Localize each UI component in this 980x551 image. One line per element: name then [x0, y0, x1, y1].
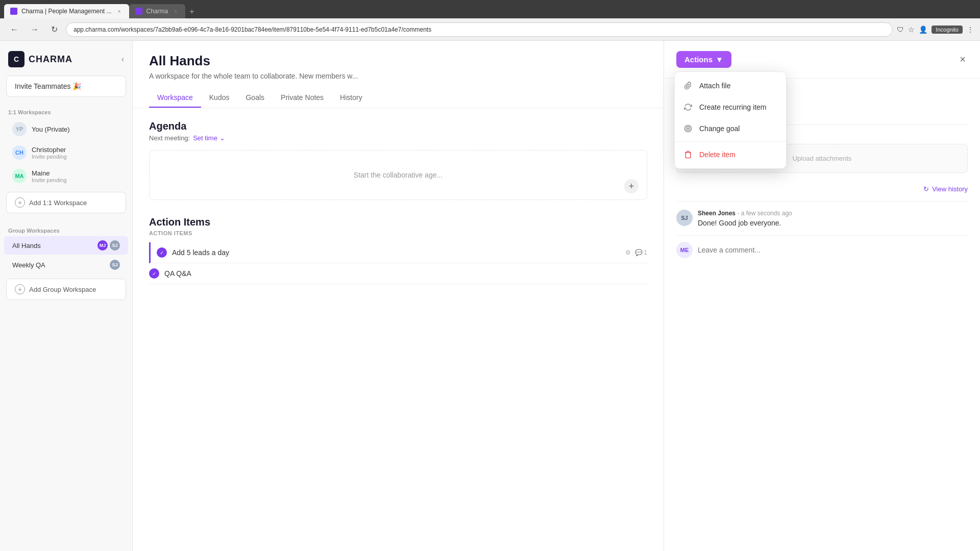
sidebar-item-christopher[interactable]: CH Christopher Invite pending: [4, 141, 128, 164]
tab-goals[interactable]: Goals: [237, 88, 273, 108]
browser-tab-2[interactable]: Charma ×: [129, 4, 186, 18]
tab-label-1: Charma | People Management ...: [21, 8, 112, 15]
actions-dropdown: Attach file Create recurring item Change…: [674, 71, 787, 169]
weekly-qa-name: Weekly QA: [12, 261, 105, 269]
tab-close-1[interactable]: ×: [116, 8, 123, 15]
action-item-0-check[interactable]: ✓: [157, 247, 167, 258]
incognito-badge: Incognito: [932, 26, 963, 34]
comment-0-dash: -: [737, 210, 741, 217]
set-time-text: Set time: [193, 134, 217, 142]
sidebar-item-weekly-qa[interactable]: Weekly QA SJ: [4, 256, 128, 274]
add-one-on-one-button[interactable]: + Add 1:1 Workspace: [6, 192, 126, 213]
maine-name: Maine: [32, 169, 120, 177]
profile-icon[interactable]: 👤: [919, 26, 927, 34]
agenda-add-button[interactable]: +: [624, 179, 639, 193]
all-hands-badges: MJ SJ: [97, 240, 120, 251]
tab-favicon-2: [135, 8, 142, 15]
action-item-0-comment[interactable]: 💬 1: [635, 249, 647, 256]
sidebar-item-you-private[interactable]: YP You (Private): [4, 118, 128, 140]
tab-favicon-1: [10, 8, 17, 15]
agenda-placeholder: Start the collaborative age... +: [149, 150, 647, 200]
logo-text: CHARMA: [29, 54, 72, 65]
comment-0-avatar: SJ: [676, 210, 693, 226]
comment-0-author: Sheen Jones: [698, 210, 736, 217]
dropdown-item-recurring[interactable]: Create recurring item: [675, 96, 786, 118]
back-button[interactable]: ←: [6, 23, 22, 36]
christopher-text: Christopher Invite pending: [32, 146, 120, 160]
browser-tab-1[interactable]: Charma | People Management ... ×: [4, 4, 129, 18]
forward-button[interactable]: →: [27, 23, 43, 36]
sidebar-logo: C CHARMA ‹: [0, 47, 132, 76]
set-time-chevron: ⌄: [219, 134, 225, 142]
action-items-section: Action Items ACTION ITEMS ✓ Add 5 leads …: [149, 216, 647, 284]
tab-workspace[interactable]: Workspace: [149, 88, 201, 108]
action-items-title: Action Items: [149, 216, 647, 228]
next-meeting-row: Next meeting: Set time ⌄: [149, 134, 647, 142]
sidebar-item-maine[interactable]: MA Maine Invite pending: [4, 165, 128, 187]
bookmark-icon[interactable]: ☆: [908, 26, 915, 34]
comments-section: SJ Sheen Jones - a few seconds ago Done!…: [676, 201, 968, 543]
weekly-qa-text: Weekly QA: [12, 261, 105, 269]
add-group-label: Add Group Workspace: [29, 286, 96, 293]
main-content: All Hands A workspace for the whole team…: [133, 41, 664, 551]
recurring-label: Create recurring item: [699, 103, 767, 111]
tab-close-2[interactable]: ×: [172, 8, 179, 15]
action-items-header: ACTION ITEMS: [149, 230, 647, 236]
goal-icon: [683, 123, 693, 134]
action-item-1: ✓ QA Q&A: [149, 263, 647, 284]
view-history-row[interactable]: ↻ View history: [676, 185, 968, 193]
comment-count: 1: [644, 249, 647, 256]
tab-kudos[interactable]: Kudos: [201, 88, 238, 108]
maine-avatar: MA: [12, 169, 27, 183]
delete-label: Delete item: [699, 151, 736, 159]
commenter-avatar: ME: [676, 242, 693, 258]
group-workspaces-section-label: Group Workspaces: [0, 223, 132, 236]
add-group-icon: +: [15, 284, 25, 294]
action-item-0: ✓ Add 5 leads a day ⚙ 💬 1: [149, 242, 647, 263]
sidebar-collapse-icon[interactable]: ‹: [121, 55, 124, 64]
all-hands-name: All Hands: [12, 242, 92, 249]
one-on-one-section-label: 1:1 Workspaces: [0, 105, 132, 117]
refresh-button[interactable]: ↻: [47, 22, 62, 36]
maine-text: Maine Invite pending: [32, 169, 120, 183]
close-panel-button[interactable]: ×: [958, 52, 968, 67]
comment-0-meta: Sheen Jones - a few seconds ago: [698, 210, 968, 217]
agenda-title: Agenda: [149, 120, 647, 132]
browser-nav: ← → ↻ app.charma.com/workspaces/7a2bb9a6…: [0, 18, 980, 41]
tab-private-notes[interactable]: Private Notes: [273, 88, 332, 108]
sidebar: C CHARMA ‹ Invite Teammates 🎉 1:1 Worksp…: [0, 41, 133, 551]
nav-icons: 🛡 ☆ 👤 Incognito ⋮: [897, 26, 974, 34]
dropdown-item-goal[interactable]: Change goal: [675, 118, 786, 139]
view-history-label: View history: [932, 185, 968, 193]
address-bar[interactable]: app.charma.com/workspaces/7a2bb9a6-e096-…: [66, 22, 893, 37]
comment-input[interactable]: [698, 246, 968, 254]
christopher-name: Christopher: [32, 146, 120, 154]
new-tab-button[interactable]: +: [185, 5, 198, 18]
action-item-1-text: QA Q&A: [164, 269, 647, 278]
action-item-1-check[interactable]: ✓: [149, 268, 159, 279]
attach-label: Attach file: [699, 82, 730, 90]
goal-label: Change goal: [699, 124, 740, 133]
dropdown-item-delete[interactable]: Delete item: [675, 144, 786, 165]
main-tabs: Workspace Kudos Goals Private Notes Hist…: [149, 88, 647, 108]
action-item-0-avatar-icon: ⚙: [625, 249, 631, 256]
svg-point-1: [686, 127, 690, 131]
menu-icon[interactable]: ⋮: [967, 26, 974, 34]
attach-icon: [683, 81, 693, 91]
weekly-qa-badges: SJ: [110, 260, 120, 270]
dropdown-item-attach[interactable]: Attach file: [675, 75, 786, 96]
tab-label-2: Charma: [146, 8, 168, 15]
address-text: app.charma.com/workspaces/7a2bb9a6-e096-…: [74, 26, 431, 33]
invite-teammates-button[interactable]: Invite Teammates 🎉: [6, 76, 126, 97]
agenda-placeholder-text: Start the collaborative age...: [354, 171, 443, 179]
add-one-on-one-icon: +: [15, 197, 25, 208]
delete-icon: [683, 149, 693, 160]
set-time-link[interactable]: Set time ⌄: [193, 134, 225, 142]
browser-tabs: Charma | People Management ... × Charma …: [4, 0, 199, 18]
tab-history[interactable]: History: [332, 88, 371, 108]
all-hands-badge-2: SJ: [110, 240, 120, 251]
add-group-workspace-button[interactable]: + Add Group Workspace: [6, 279, 126, 300]
actions-button[interactable]: Actions ▼: [676, 51, 731, 68]
svg-point-2: [688, 128, 689, 130]
sidebar-item-all-hands[interactable]: All Hands MJ SJ: [4, 236, 128, 255]
